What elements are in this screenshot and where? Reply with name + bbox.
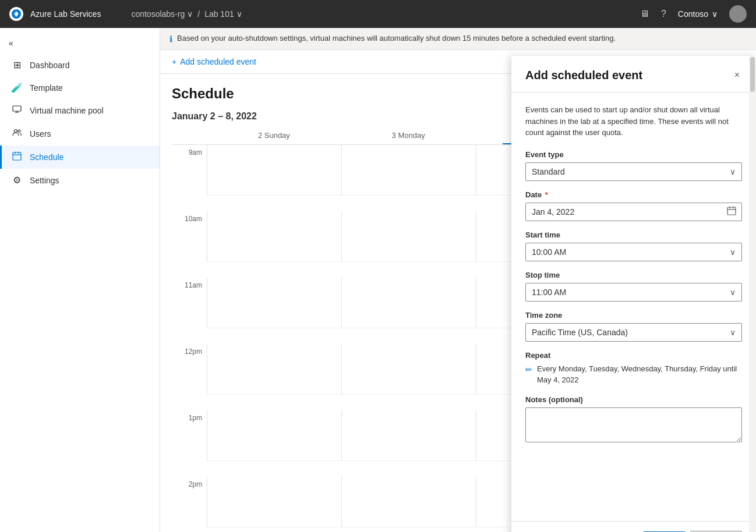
- cal-cell[interactable]: [207, 410, 341, 461]
- info-icon: ℹ: [169, 34, 172, 44]
- notes-field: Notes (optional): [525, 395, 742, 444]
- add-event-label: Add scheduled event: [180, 57, 256, 66]
- panel-title: Add scheduled event: [525, 69, 642, 82]
- time-11am: 11am: [172, 278, 207, 328]
- panel-close-button[interactable]: ×: [732, 68, 742, 83]
- topnav: Azure Lab Services contosolabs-rg ∨ / La…: [0, 0, 756, 28]
- start-time-label: Start time: [525, 230, 742, 239]
- sidebar-item-schedule[interactable]: Schedule: [0, 146, 160, 169]
- cal-cell[interactable]: [341, 344, 476, 395]
- time-9am: 9am: [172, 145, 207, 196]
- stop-time-select[interactable]: 11:00 AM ∨: [525, 283, 742, 302]
- time-zone-label: Time zone: [525, 311, 742, 320]
- cal-cell[interactable]: [207, 477, 341, 527]
- panel-header: Add scheduled event ×: [511, 56, 756, 93]
- date-label: Date *: [525, 190, 742, 199]
- svg-rect-1: [13, 106, 21, 111]
- scrollbar-thumb[interactable]: [750, 57, 755, 92]
- cal-cell[interactable]: [207, 145, 341, 196]
- notes-input[interactable]: [525, 407, 742, 442]
- sidebar: « ⊞ Dashboard 🧪 Template Virtual machine…: [0, 28, 160, 532]
- settings-icon: ⚙: [11, 175, 23, 186]
- chevron-down-icon: ∨: [730, 247, 736, 257]
- sidebar-item-virtual-machine-pool[interactable]: Virtual machine pool: [0, 99, 160, 122]
- svg-point-2: [15, 130, 17, 133]
- sidebar-item-label: Users: [30, 129, 51, 139]
- date-input[interactable]: Jan 4, 2022: [525, 203, 742, 221]
- svg-rect-5: [727, 207, 736, 215]
- repeat-value-row: ✏ Every Monday, Tuesday, Wednesday, Thur…: [525, 363, 742, 386]
- time-12pm: 12pm: [172, 344, 207, 395]
- start-time-field: Start time 10:00 AM ∨: [525, 230, 742, 261]
- add-scheduled-event-button[interactable]: + Add scheduled event: [172, 57, 256, 66]
- start-time-select[interactable]: 10:00 AM ∨: [525, 243, 742, 261]
- sidebar-item-label: Virtual machine pool: [30, 106, 104, 115]
- cal-header-empty: [172, 126, 207, 144]
- cal-header-monday: 3 Monday: [341, 126, 476, 144]
- stop-time-field: Stop time 11:00 AM ∨: [525, 271, 742, 302]
- time-1pm: 1pm: [172, 410, 207, 461]
- event-type-label: Event type: [525, 150, 742, 159]
- chevron-down-icon: ∨: [730, 328, 736, 337]
- repeat-edit-icon[interactable]: ✏: [525, 364, 532, 376]
- cal-cell[interactable]: [341, 145, 476, 196]
- svg-point-3: [18, 130, 20, 132]
- app-logo: [9, 7, 23, 21]
- stop-time-label: Stop time: [525, 271, 742, 279]
- date-field: Date * Jan 4, 2022: [525, 190, 742, 221]
- add-scheduled-event-panel: Add scheduled event × Events can be used…: [511, 56, 756, 532]
- monitor-icon[interactable]: 🖥: [640, 9, 649, 19]
- repeat-section: Repeat ✏ Every Monday, Tuesday, Wednesda…: [525, 351, 742, 386]
- breadcrumb-separator: /: [197, 9, 200, 19]
- info-text: Based on your auto-shutdown settings, vi…: [177, 34, 616, 42]
- user-menu[interactable]: Contoso ∨: [678, 9, 718, 19]
- sidebar-item-template[interactable]: 🧪 Template: [0, 76, 160, 99]
- scrollbar[interactable]: [749, 56, 756, 532]
- template-icon: 🧪: [11, 82, 23, 93]
- cal-cell[interactable]: [341, 477, 476, 527]
- repeat-value-text: Every Monday, Tuesday, Wednesday, Thursd…: [537, 363, 742, 386]
- cal-cell[interactable]: [207, 211, 341, 262]
- svg-rect-4: [13, 152, 21, 160]
- panel-body: Events can be used to start up and/or sh…: [511, 93, 756, 521]
- cal-cell[interactable]: [207, 344, 341, 395]
- vm-pool-icon: [11, 105, 23, 116]
- add-icon: +: [172, 57, 176, 66]
- cal-cell[interactable]: [341, 278, 476, 328]
- dashboard-icon: ⊞: [11, 59, 23, 70]
- breadcrumb-resource-group[interactable]: contosolabs-rg ∨: [131, 9, 193, 19]
- avatar[interactable]: [729, 5, 747, 23]
- time-zone-field: Time zone Pacific Time (US, Canada) ∨: [525, 311, 742, 342]
- collapse-icon: «: [9, 38, 13, 48]
- sidebar-collapse[interactable]: «: [0, 33, 160, 54]
- breadcrumb: contosolabs-rg ∨ / Lab 101 ∨: [131, 9, 242, 19]
- chevron-down-icon: ∨: [730, 288, 736, 297]
- chevron-down-icon: ∨: [730, 167, 736, 176]
- event-type-select[interactable]: Standard ∨: [525, 162, 742, 181]
- time-zone-select[interactable]: Pacific Time (US, Canada) ∨: [525, 323, 742, 342]
- date-input-wrapper: Jan 4, 2022: [525, 203, 742, 221]
- cal-cell[interactable]: [341, 211, 476, 262]
- sidebar-item-label: Settings: [30, 176, 59, 185]
- sidebar-item-label: Dashboard: [30, 61, 70, 70]
- sidebar-item-settings[interactable]: ⚙ Settings: [0, 169, 160, 191]
- time-10am: 10am: [172, 211, 207, 262]
- sidebar-item-users[interactable]: Users: [0, 122, 160, 146]
- notes-label: Notes (optional): [525, 395, 742, 404]
- cal-cell[interactable]: [341, 410, 476, 461]
- event-type-field: Event type Standard ∨: [525, 150, 742, 181]
- panel-description: Events can be used to start up and/or sh…: [525, 104, 742, 139]
- time-2pm: 2pm: [172, 477, 207, 527]
- info-bar: ℹ Based on your auto-shutdown settings, …: [160, 28, 756, 50]
- calendar-icon: [727, 206, 736, 218]
- cal-cell[interactable]: [207, 278, 341, 328]
- users-icon: [11, 128, 23, 140]
- required-indicator: *: [545, 190, 548, 199]
- sidebar-item-label: Template: [30, 83, 63, 93]
- schedule-icon: [11, 151, 23, 163]
- repeat-label: Repeat: [525, 351, 742, 360]
- breadcrumb-lab[interactable]: Lab 101 ∨: [204, 9, 242, 19]
- help-icon[interactable]: ?: [661, 9, 666, 19]
- sidebar-item-label: Schedule: [30, 152, 63, 162]
- sidebar-item-dashboard[interactable]: ⊞ Dashboard: [0, 54, 160, 76]
